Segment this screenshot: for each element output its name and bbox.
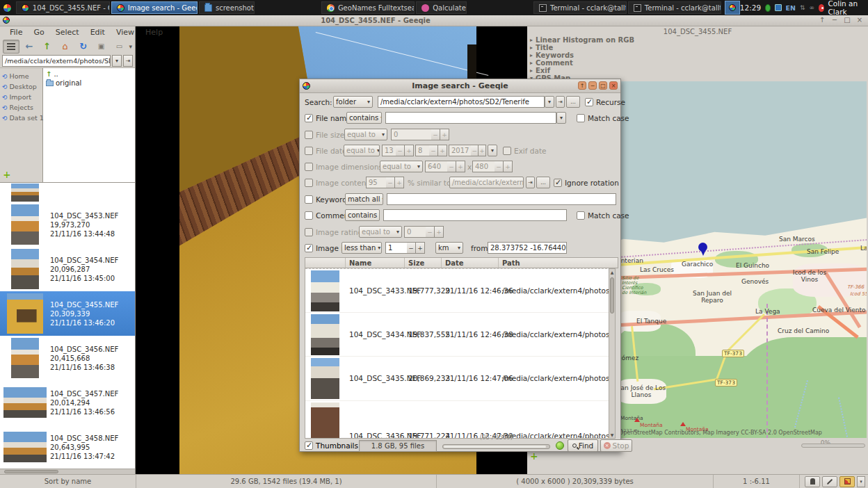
result-row[interactable]: 104_DSC_3433.NEF 19,777,329 21/11/16 12:… <box>305 268 611 313</box>
bookmark-import[interactable]: ⟲Import <box>0 92 42 102</box>
file-row[interactable]: 104_DSC_3458.NEF20,643,99521/11/16 13:47… <box>0 425 135 469</box>
exif-date-checkbox[interactable]: Exif date <box>503 147 546 155</box>
recurse-checkbox[interactable]: Recurse <box>585 98 625 106</box>
add-bookmark-button[interactable]: + <box>3 169 11 180</box>
results-scrollbar[interactable]: ▲ ▼ <box>609 268 616 439</box>
file-row-partial[interactable] <box>0 183 135 202</box>
path-input[interactable]: /media/cclark/extern4/photos/SD2/Ten <box>2 55 111 67</box>
search-type-select[interactable]: folder <box>333 96 373 108</box>
refresh-button[interactable]: ↻ <box>75 40 92 54</box>
file-name-op-select[interactable]: contains <box>346 112 382 124</box>
task-window-qalculate[interactable]: Qalculate! <box>416 1 467 14</box>
path-jump-button[interactable]: ⇥ <box>526 177 535 188</box>
result-row[interactable]: 104_DSC_3434.NEF 19,837,555 21/11/16 12:… <box>305 313 611 357</box>
scroll-up-arrow[interactable]: ▲ <box>609 270 615 275</box>
file-row[interactable]: 104_DSC_3457.NEF20,014,29421/11/16 13:46… <box>0 380 135 425</box>
folder-up-item[interactable]: ↑.. <box>43 70 135 79</box>
shade-button[interactable]: ↑ <box>578 81 586 90</box>
file-row[interactable]: 104_DSC_3454.NEF20,096,28721/11/16 13:45… <box>0 247 135 291</box>
task-window-screenshots[interactable]: screenshots <box>199 1 255 14</box>
menu-file[interactable]: File <box>4 28 28 37</box>
month-spinner[interactable]: 8−+ <box>415 145 447 156</box>
path-dropdown-button[interactable]: ▾ <box>112 55 122 67</box>
close-button[interactable]: × <box>855 16 864 24</box>
updates-icon[interactable] <box>765 4 771 12</box>
section-keywords[interactable]: ▸Keywords <box>527 51 868 59</box>
file-row[interactable]: 104_DSC_3456.NEF20,415,66821/11/16 13:46… <box>0 336 135 380</box>
file-size-spinner[interactable]: 0−+ <box>391 129 449 140</box>
rating-op-select[interactable]: equal to <box>359 226 402 238</box>
browse-button[interactable]: ... <box>566 96 580 108</box>
browse-button[interactable]: ... <box>536 177 550 188</box>
color-management-button[interactable] <box>839 476 855 487</box>
geeqie-launcher-icon[interactable] <box>0 0 15 15</box>
year-spinner[interactable]: 2017−+ <box>449 145 486 156</box>
match-case-checkbox[interactable]: Match case <box>577 211 629 220</box>
distance-spinner[interactable]: 1−+ <box>385 242 425 254</box>
scroll-down-arrow[interactable]: ▼ <box>609 432 615 437</box>
float-pane-button[interactable]: ▣ <box>93 40 110 54</box>
dimensions-op-select[interactable]: equal to <box>380 161 423 172</box>
find-button[interactable]: Find <box>568 439 598 452</box>
file-name-input[interactable] <box>385 112 556 124</box>
up-button[interactable]: ↑ <box>39 40 56 54</box>
path-jump-button[interactable]: ⇥ <box>123 55 133 67</box>
similarity-spinner[interactable]: 95−+ <box>366 177 404 188</box>
task-window-image-search[interactable]: Image search - Geeqie <box>111 1 198 14</box>
coordinates-input[interactable]: 28.373752 -16.764400 <box>488 242 567 254</box>
column-path[interactable]: Path <box>499 258 616 268</box>
minimize-button[interactable]: − <box>588 81 597 90</box>
sync-arrows-icon[interactable]: ⇅ <box>800 4 805 11</box>
file-row-selected[interactable]: 104_DSC_3455.NEF20,309,33921/11/16 13:46… <box>0 291 135 336</box>
file-name-checkbox[interactable]: File name <box>305 114 351 122</box>
menu-help[interactable]: Help <box>140 28 168 37</box>
day-spinner[interactable]: 13−+ <box>382 145 414 156</box>
task-window-geeqie-main[interactable]: 104_DSC_3455.NEF - G... <box>16 1 110 14</box>
draw-rectangle-button[interactable] <box>822 476 837 487</box>
file-date-op-select[interactable]: equal to <box>344 145 380 156</box>
maximize-button[interactable]: □ <box>843 16 851 24</box>
display-icon[interactable] <box>775 4 781 11</box>
bookmark-data-set-1[interactable]: ⟲Data set 1 <box>0 113 42 123</box>
bookmark-desktop[interactable]: ⟲Desktop <box>0 81 42 92</box>
shade-button[interactable]: ↑ <box>818 16 826 24</box>
file-row[interactable]: 104_DSC_3453.NEF19,973,27021/11/16 13:44… <box>0 202 135 247</box>
width-spinner[interactable]: 640−+ <box>425 161 465 172</box>
scrollbar-thumb[interactable] <box>610 277 614 314</box>
section-histogram[interactable]: ▸Linear Histogram on RGB <box>527 36 868 44</box>
folder-item-original[interactable]: original <box>43 79 135 88</box>
zoom-status[interactable]: 1 :-6.11 <box>714 475 800 488</box>
bookmark-home[interactable]: ⟲Home <box>0 71 42 81</box>
pixel-info-button[interactable] <box>805 476 820 487</box>
maximize-button[interactable]: □ <box>599 81 607 90</box>
image-is-checkbox[interactable]: Image is <box>305 244 347 252</box>
thumbnails-checkbox[interactable]: Thumbnails <box>305 441 358 450</box>
similar-path-select[interactable]: /media/cclark/extern4/p <box>449 177 524 188</box>
column-size[interactable]: Size <box>405 258 442 268</box>
unit-select[interactable]: km <box>435 242 463 254</box>
file-name-dropdown[interactable]: ▾ <box>556 112 566 124</box>
rating-spinner[interactable]: 0−+ <box>404 226 444 238</box>
menu-view[interactable]: View <box>111 28 140 37</box>
main-titlebar[interactable]: 104_DSC_3455.NEF - Geeqie ↑ − □ × <box>0 15 868 26</box>
toolbar-overflow-button[interactable]: ▾ <box>129 43 132 50</box>
column-thumb[interactable] <box>305 258 346 268</box>
ignore-rotation-checkbox[interactable]: Ignore rotation <box>554 179 619 187</box>
task-window-terminal-1[interactable]: Terminal - cclark@talltr... <box>533 1 627 14</box>
height-spinner[interactable]: 480−+ <box>472 161 513 172</box>
keywords-checkbox[interactable]: Keywords <box>305 195 351 204</box>
user-menu[interactable]: Colin an Clark <box>828 0 862 16</box>
menu-go[interactable]: Go <box>28 28 49 37</box>
task-window-terminal-2[interactable]: Terminal - cclark@talltr... <box>628 1 721 14</box>
path-dropdown-button[interactable]: ▾ <box>545 96 554 108</box>
section-comment[interactable]: ▸Comment <box>527 59 868 67</box>
result-row[interactable]: 104_DSC_3435.NEF 20,869,233 21/11/16 12:… <box>305 357 611 401</box>
hide-pane-button[interactable]: ▭ <box>111 40 128 54</box>
menu-select[interactable]: Select <box>50 28 85 37</box>
notification-icon[interactable] <box>819 4 823 12</box>
file-size-op-select[interactable]: equal to <box>344 129 387 140</box>
comment-op-select[interactable]: contains <box>345 209 380 221</box>
result-row[interactable]: 104_DSC_3436.NEF 19,771,224 21/11/16 12:… <box>305 401 611 439</box>
keyboard-layout[interactable]: EN <box>786 4 796 12</box>
search-path-input[interactable]: /media/cclark/extern4/photos/SD2/Tenerif… <box>378 96 545 108</box>
